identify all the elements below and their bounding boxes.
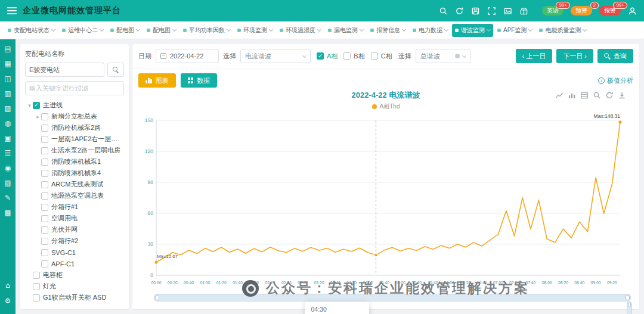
query-button[interactable]: 查询	[597, 49, 633, 63]
tree-checkbox[interactable]	[41, 215, 48, 222]
module-tab-电力数据[interactable]: 电力数据	[410, 24, 451, 37]
toolbox-zoom-icon[interactable]	[593, 91, 601, 100]
station-search-input[interactable]	[25, 63, 104, 77]
alarm-icon[interactable]: ◉	[5, 164, 11, 172]
toolbox-line-icon[interactable]	[555, 91, 564, 100]
chart-view-button[interactable]: 图表	[138, 73, 176, 88]
tree-checkbox[interactable]	[41, 192, 48, 200]
toolbox-bar-icon[interactable]	[568, 91, 576, 100]
next-day-button[interactable]: 下一日 ›	[556, 49, 593, 63]
list-icon[interactable]: ☰	[5, 150, 11, 157]
archive-icon[interactable]: ▨	[4, 179, 11, 186]
tree-item-消防喷淋机械泵4[interactable]: 消防喷淋机械泵4	[25, 167, 124, 179]
fullscreen-icon[interactable]	[487, 6, 496, 15]
screenshot-icon[interactable]	[503, 6, 512, 15]
module-tab-变配电站状态[interactable]: 变配电站状态	[5, 24, 58, 37]
menu-icon[interactable]	[7, 7, 17, 14]
station-search-button[interactable]	[107, 63, 124, 77]
date-input[interactable]: 2022-04-22	[156, 49, 219, 63]
toolbox-dataview-icon[interactable]	[580, 91, 589, 100]
chart-legend[interactable]: A相Thd	[138, 102, 633, 111]
phase-checkbox-C相[interactable]: C相	[371, 52, 392, 61]
calendar-icon[interactable]: ▩	[4, 209, 11, 216]
dashboard-icon[interactable]: ▤	[4, 45, 11, 52]
harmonics-line-chart[interactable]: 030609012015000:0000:2000:4001:0001:2001…	[138, 111, 633, 290]
tree-checkbox[interactable]	[41, 113, 48, 120]
tree-item-电容柜[interactable]: 电容柜	[25, 269, 124, 281]
monitor-icon[interactable]: ▦	[4, 60, 11, 67]
tree-item-SVG-C1[interactable]: SVG-C1	[25, 247, 124, 258]
toolbox-download-icon[interactable]	[618, 91, 626, 100]
module-tab-环境监测[interactable]: 环境监测	[234, 24, 275, 37]
tree-item-主进线[interactable]: ▾✓主进线	[25, 100, 124, 111]
agg-select[interactable]: 总谐波	[416, 49, 470, 63]
tree-item-分箱行#1[interactable]: 分箱行#1	[25, 201, 124, 213]
chart-icon[interactable]: ▥	[4, 90, 11, 97]
prev-day-button[interactable]: ‹ 上一日	[516, 49, 553, 63]
extreme-analysis-link[interactable]: i 极值分析	[598, 76, 633, 85]
tree-checkbox[interactable]	[41, 260, 48, 268]
tree-checkbox[interactable]	[41, 147, 48, 154]
module-tab-配电图[interactable]: 配电图	[144, 24, 179, 37]
energy-icon[interactable]: ◍	[5, 120, 11, 127]
tree-item-灯光[interactable]: 灯光	[25, 281, 124, 292]
tree-item-地源热泵空调总表[interactable]: 地源热泵空调总表	[25, 190, 124, 201]
tree-item-APF-C1[interactable]: APF-C1	[25, 258, 124, 269]
tree-checkbox[interactable]: ✓	[33, 102, 40, 109]
data-view-button[interactable]: 数据	[181, 73, 218, 88]
datazoom-horizontal-slider[interactable]	[154, 294, 631, 301]
module-tab-运维中心二[interactable]: 运维中心二	[59, 24, 106, 37]
tree-checkbox[interactable]	[41, 204, 48, 211]
tree-checkbox[interactable]	[33, 272, 40, 279]
tree-item-分箱行#2[interactable]: 分箱行#2	[25, 235, 124, 247]
tree-item-光伏并网[interactable]: 光伏并网	[25, 224, 124, 235]
tree-item-空调用电[interactable]: 空调用电	[25, 213, 124, 224]
user-icon[interactable]	[627, 6, 637, 15]
module-tab-报警信息[interactable]: 报警信息	[367, 24, 408, 37]
tree-checkbox[interactable]	[41, 238, 48, 245]
header-badge-英语[interactable]: 英语99+	[542, 6, 564, 15]
tree-checkbox[interactable]	[41, 158, 48, 166]
save-icon[interactable]	[470, 6, 480, 15]
tree-checkbox[interactable]	[33, 294, 40, 301]
tree-item-2G2进线柜 PZ[interactable]: ▸2G2进线柜 PZ	[25, 303, 124, 304]
harmonic-type-select[interactable]: 电流谐波	[240, 49, 311, 63]
edit-icon[interactable]: ✎	[5, 194, 11, 201]
tree-item-ARCM无线表测试[interactable]: ARCM无线表测试	[25, 179, 124, 190]
header-badge-报警[interactable]: 报警99+	[599, 6, 621, 15]
module-tab-漏电监测[interactable]: 漏电监测	[325, 24, 366, 37]
report-icon[interactable]: ▧	[4, 105, 11, 112]
tree-item-消防喷淋机械泵1[interactable]: 消防喷淋机械泵1	[25, 156, 124, 167]
network-icon[interactable]: ◫	[4, 75, 11, 82]
module-tab-谐波监测[interactable]: 谐波监测	[452, 24, 493, 37]
phase-checkbox-A相[interactable]: ✓A相	[317, 52, 338, 61]
refresh-icon[interactable]	[454, 6, 464, 15]
tree-item-生活水泵2路一层弱电房[interactable]: 生活水泵2路一层弱电房	[25, 145, 124, 156]
tree-checkbox[interactable]	[33, 283, 40, 290]
tree-item-G1软启动开关柜 ASD[interactable]: G1软启动开关柜 ASD	[25, 292, 124, 303]
tree-filter-input[interactable]	[25, 81, 124, 95]
module-tab-APF监测[interactable]: APF监测	[494, 24, 535, 37]
header-badge-预警[interactable]: 预警2	[571, 6, 592, 15]
tree-item-消防栓机械泵2路[interactable]: 消防栓机械泵2路	[25, 122, 124, 133]
search-icon[interactable]	[438, 6, 448, 15]
tree-checkbox[interactable]	[41, 136, 48, 143]
tree-checkbox[interactable]	[41, 249, 48, 256]
module-tab-配电图[interactable]: 配电图	[107, 24, 143, 37]
module-tab-电能质量监测[interactable]: 电能质量监测	[536, 24, 589, 37]
home-icon[interactable]: ⌂	[5, 282, 10, 289]
tree-checkbox[interactable]	[41, 170, 48, 177]
settings-icon[interactable]: ⚙	[5, 297, 11, 304]
device-icon[interactable]: ▣	[4, 135, 11, 142]
tree-checkbox[interactable]	[41, 226, 48, 234]
tree-item-一层南1APE2右一层北1APE1左[interactable]: 一层南1APE2右一层北1APE1左	[25, 133, 124, 145]
phase-checkbox-B相[interactable]: B相	[343, 52, 364, 61]
tree-item-新增分立柜总表[interactable]: ▸新增分立柜总表	[25, 111, 124, 122]
datazoom-vertical-slider[interactable]	[627, 301, 632, 314]
tree-checkbox[interactable]	[41, 125, 48, 132]
module-tab-环境温湿度[interactable]: 环境温湿度	[277, 24, 324, 37]
toolbox-restore-icon[interactable]	[605, 91, 614, 100]
module-tab-平均功率因数[interactable]: 平均功率因数	[180, 24, 233, 37]
gift-icon[interactable]	[519, 6, 528, 15]
tree-checkbox[interactable]	[41, 181, 48, 188]
